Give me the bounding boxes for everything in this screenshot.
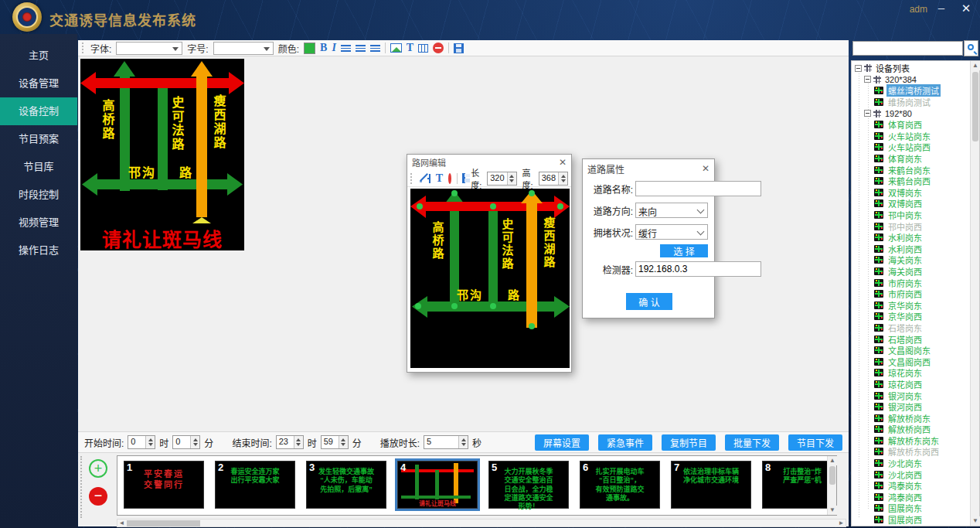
device-tree-item[interactable]: 来鹤台岗西 bbox=[855, 175, 969, 187]
dialog-title-bar[interactable]: 道路属性 ✕ bbox=[583, 159, 714, 178]
device-tree-item[interactable]: 京华岗东 bbox=[855, 299, 969, 311]
batch-send-button[interactable]: 批量下发 bbox=[725, 434, 779, 451]
device-name[interactable]: 火车站岗西 bbox=[886, 141, 932, 153]
device-tree-item[interactable]: 解放桥岗西 bbox=[855, 424, 969, 435]
road-direction-select[interactable]: 来向 bbox=[635, 203, 708, 218]
device-tree-item[interactable]: 文昌阁岗西 bbox=[855, 356, 969, 367]
device-name[interactable]: 银河岗东 bbox=[886, 390, 924, 402]
device-name[interactable]: 火车站岗东 bbox=[886, 130, 932, 142]
device-tree-item[interactable]: 邗中岗东 bbox=[855, 209, 969, 221]
playlist-thumbnail[interactable]: 5 大力开展秋冬季 交通安全整治百 日会战，全力稳 定道路交通安全 形势！ bbox=[488, 461, 569, 509]
save-icon[interactable] bbox=[454, 43, 464, 53]
device-name[interactable]: 国展岗西 bbox=[886, 513, 924, 526]
align-right-icon[interactable] bbox=[370, 45, 380, 52]
stop-icon[interactable] bbox=[433, 43, 444, 53]
start-hour-spinner[interactable]: 0 bbox=[128, 435, 155, 449]
align-left-icon[interactable] bbox=[341, 45, 351, 52]
device-tree-item[interactable]: 沙北岗东 bbox=[855, 458, 969, 469]
device-tree-item[interactable]: 水利岗西 bbox=[855, 244, 969, 255]
end-minute-spinner[interactable]: 59 bbox=[321, 435, 349, 449]
tree-expander-icon[interactable] bbox=[855, 65, 862, 72]
height-spinner[interactable]: 368 bbox=[539, 172, 568, 186]
program-send-button[interactable]: 节目下发 bbox=[788, 434, 842, 451]
sidebar-item[interactable]: 设备管理 bbox=[0, 70, 77, 97]
device-tree-item[interactable]: 邗中岗西 bbox=[855, 220, 969, 232]
device-name[interactable]: 解放桥东岗东 bbox=[886, 434, 941, 447]
device-tree-item[interactable]: 鸿泰岗西 bbox=[855, 492, 969, 503]
device-name[interactable]: 石塔岗西 bbox=[886, 333, 924, 346]
device-tree-item[interactable]: 解放桥东岗东 bbox=[855, 435, 969, 447]
device-name[interactable]: 文昌阁岗西 bbox=[886, 356, 932, 368]
select-button[interactable]: 选 择 bbox=[660, 244, 708, 257]
sidebar-item[interactable]: 节目库 bbox=[0, 153, 77, 181]
playlist-thumbnail[interactable]: 2 春运安全连万家 出行平安靠大家 bbox=[215, 461, 295, 509]
start-minute-spinner[interactable]: 0 bbox=[172, 435, 200, 449]
device-search-input[interactable] bbox=[852, 41, 963, 56]
insert-image-icon[interactable] bbox=[390, 43, 402, 53]
device-tree-item[interactable]: 鸿泰岗东 bbox=[855, 480, 969, 492]
device-name[interactable]: 琼花岗东 bbox=[886, 366, 924, 379]
device-name[interactable]: 体育岗东 bbox=[886, 152, 924, 165]
device-tree-item[interactable]: 京华岗西 bbox=[855, 311, 969, 322]
close-icon[interactable]: ✕ bbox=[958, 2, 974, 15]
device-name[interactable]: 京华岗东 bbox=[886, 299, 924, 312]
device-name[interactable]: 海关岗西 bbox=[886, 265, 924, 278]
device-tree-item[interactable]: 银河岗东 bbox=[855, 390, 969, 401]
device-name[interactable]: 鸿泰岗东 bbox=[886, 479, 924, 492]
close-icon[interactable]: ✕ bbox=[702, 164, 709, 173]
device-tree-item[interactable]: 体育岗东 bbox=[855, 153, 969, 165]
device-name[interactable]: 邗中岗东 bbox=[886, 209, 924, 221]
device-tree-item[interactable]: 320*384 bbox=[855, 74, 969, 86]
align-center-icon[interactable] bbox=[356, 45, 366, 52]
tree-vertical-scrollbar[interactable]: ▲ ▼ bbox=[970, 61, 979, 526]
bold-button[interactable]: B bbox=[320, 42, 327, 54]
draw-road-icon[interactable] bbox=[419, 173, 422, 183]
confirm-button[interactable]: 确 认 bbox=[626, 293, 672, 310]
sidebar-item[interactable]: 主页 bbox=[0, 42, 77, 70]
playlist-thumbnail[interactable]: 8 打击整治“炸 严查严惩“机 bbox=[762, 461, 837, 509]
device-tree-item[interactable]: 火车站岗西 bbox=[855, 141, 969, 153]
device-name[interactable]: 鸿泰岗西 bbox=[886, 491, 924, 503]
tree-expander-icon[interactable] bbox=[864, 76, 871, 83]
device-tree-item[interactable]: 海关岗西 bbox=[855, 266, 969, 278]
device-name[interactable]: 市府岗东 bbox=[886, 277, 924, 289]
device-tree-item[interactable]: 水利岗东 bbox=[855, 232, 969, 244]
color-swatch[interactable] bbox=[304, 43, 315, 54]
device-name[interactable]: 邗中岗西 bbox=[886, 220, 924, 233]
device-name[interactable]: 来鹤台岗西 bbox=[886, 175, 932, 187]
device-name[interactable]: 解放桥岗西 bbox=[886, 423, 932, 435]
close-icon[interactable]: ✕ bbox=[559, 158, 567, 167]
device-tree-item[interactable]: 192*80 bbox=[855, 107, 969, 119]
device-name[interactable]: 沙北岗东 bbox=[886, 457, 924, 469]
end-hour-spinner[interactable]: 23 bbox=[276, 435, 304, 449]
device-tree-item[interactable]: 沙北岗西 bbox=[855, 468, 969, 480]
device-name[interactable]: 解放桥东岗西 bbox=[886, 445, 941, 458]
device-tree-item[interactable]: 市府岗东 bbox=[855, 277, 969, 288]
device-tree-item[interactable]: 解放桥岗东 bbox=[855, 412, 969, 424]
congestion-select[interactable]: 缓行 bbox=[635, 224, 708, 240]
device-name[interactable]: 192*80 bbox=[883, 109, 914, 118]
sidebar-item[interactable]: 视频管理 bbox=[0, 209, 77, 237]
device-tree-item[interactable]: 国展岗东 bbox=[855, 502, 969, 514]
frame-tool-icon[interactable] bbox=[418, 44, 428, 53]
playlist-thumbnail[interactable]: 7 依法治理非标车辆 净化城市交通环境 bbox=[671, 461, 751, 509]
remove-program-button[interactable]: − bbox=[89, 487, 107, 506]
device-tree-item[interactable]: 国展岗西 bbox=[855, 514, 969, 526]
device-name[interactable]: 水利岗西 bbox=[886, 243, 924, 255]
device-name[interactable]: 螺丝湾桥测试 bbox=[886, 84, 941, 97]
device-name[interactable]: 320*384 bbox=[883, 75, 918, 84]
device-tree-item[interactable]: 双博岗东 bbox=[855, 187, 969, 199]
device-name[interactable]: 设备列表 bbox=[874, 62, 911, 74]
sidebar-item[interactable]: 时段控制 bbox=[0, 181, 77, 209]
sign-preview-canvas[interactable]: 高桥路 史可法路 瘦西湖路 邗沟 路 请礼让斑马线 bbox=[80, 59, 244, 250]
dialog-title-bar[interactable]: 路网编辑 ✕ bbox=[407, 155, 571, 170]
save-icon[interactable] bbox=[462, 173, 465, 183]
text-tool-icon[interactable]: T bbox=[407, 42, 413, 54]
device-name[interactable]: 体育岗西 bbox=[886, 118, 924, 131]
scroll-down-arrow[interactable]: ▼ bbox=[971, 516, 980, 526]
font-size-select[interactable] bbox=[213, 42, 274, 55]
device-tree-item[interactable]: 来鹤台岗东 bbox=[855, 164, 969, 175]
device-name[interactable]: 双博岗东 bbox=[886, 186, 924, 199]
device-name[interactable]: 银河岗西 bbox=[886, 400, 924, 413]
road-edit-canvas[interactable]: 高桥路 史可法路 瘦西湖路 邗沟 路 bbox=[410, 189, 570, 368]
